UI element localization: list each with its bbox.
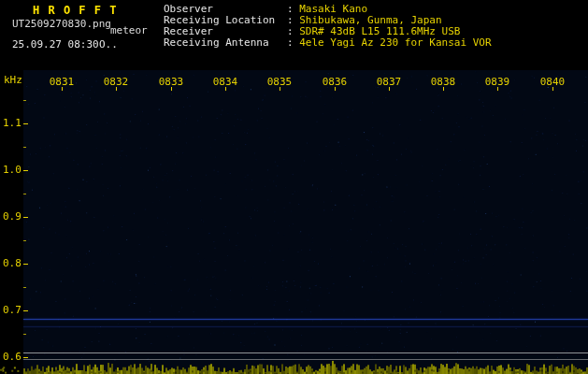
freq-label: 1.1 (3, 117, 23, 129)
info-value: 4ele Yagi Az 230 for Kansai VOR (299, 36, 491, 49)
x-tick (225, 87, 226, 91)
x-tick (497, 87, 498, 91)
y-axis-unit-label: kHz (4, 74, 22, 86)
y-tick (23, 123, 28, 124)
x-tick (171, 87, 172, 91)
carrier-line (23, 326, 588, 327)
freq-label: 0.8 (3, 257, 23, 269)
datetime-label: 25.09.27 08:30 (12, 38, 99, 50)
mode-label: meteor (110, 24, 148, 36)
x-tick (116, 87, 117, 91)
y-tick (23, 310, 28, 311)
carrier-line (23, 319, 588, 320)
x-tick (335, 87, 336, 91)
freq-label: 0.7 (3, 304, 23, 316)
y-tick-minor (23, 240, 26, 241)
info-separator: : (287, 36, 299, 49)
y-tick-minor (23, 147, 26, 148)
spectrogram-canvas (0, 0, 588, 374)
status-indicator: O.. (99, 38, 118, 50)
info-label: Receiving Antenna (164, 37, 287, 49)
output-filename: UT2509270830.png (12, 18, 111, 30)
y-tick-minor (23, 194, 26, 194)
x-tick (280, 87, 280, 91)
hrofft-window: H R O F F T UT2509270830.png meteor 25.0… (0, 0, 588, 374)
y-tick (23, 217, 28, 218)
y-tick-minor (23, 287, 26, 288)
station-info-row: Receiving Antenna: 4ele Yagi Az 230 for … (164, 37, 492, 49)
y-tick (23, 264, 28, 265)
freq-label: 1.0 (3, 164, 23, 176)
x-tick (389, 87, 390, 91)
x-tick (443, 87, 444, 91)
x-tick (62, 87, 63, 91)
y-tick (23, 357, 28, 358)
station-info: Observer: Masaki KanoReceiving Location:… (164, 4, 492, 49)
reference-line (23, 359, 588, 360)
y-tick-minor (23, 100, 26, 101)
freq-label: 0.6 (3, 351, 23, 363)
reference-line (23, 352, 588, 353)
app-title: H R O F F T (33, 4, 117, 17)
x-tick (552, 87, 553, 91)
freq-label: 0.9 (3, 210, 23, 223)
y-tick (23, 170, 28, 171)
y-tick-minor (23, 334, 26, 335)
